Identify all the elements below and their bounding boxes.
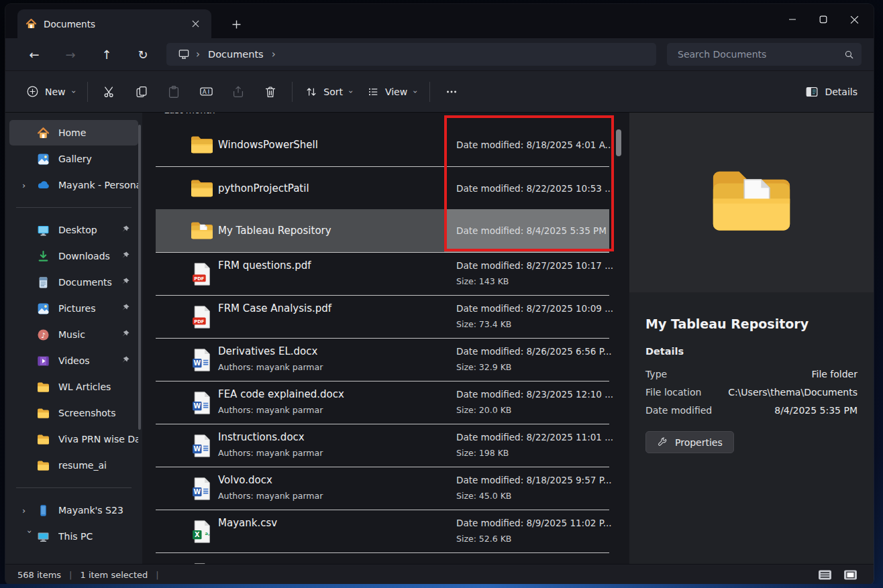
delete-button[interactable] (256, 79, 284, 105)
svg-text:♪: ♪ (41, 331, 46, 339)
breadcrumb-documents[interactable]: Documents (201, 49, 270, 60)
sidebar-item-gallery[interactable]: Gallery (9, 146, 138, 172)
videos-icon (37, 354, 50, 367)
folder-py-icon (190, 179, 214, 198)
file-list: ›Last month WindowsPowerShellDate modifi… (142, 113, 629, 564)
file-size: Size: 198 KB (456, 448, 613, 458)
back-button[interactable]: ← (21, 43, 47, 66)
paste-button[interactable] (160, 79, 188, 105)
folder-icon (37, 380, 50, 394)
new-button[interactable]: New › (19, 79, 82, 104)
pdf-icon: PDF (190, 306, 214, 329)
status-divider: | (69, 570, 72, 580)
navigation-bar: ← → ↑ ↻ › Documents › (5, 38, 874, 70)
details-view-toggle[interactable] (816, 568, 833, 583)
maximize-button[interactable] (808, 8, 839, 31)
desktop-wallpaper-strip (0, 584, 883, 588)
view-button[interactable]: View › (360, 80, 424, 104)
copy-button[interactable] (127, 79, 156, 105)
minimize-button[interactable] (777, 8, 808, 31)
file-row-fea-mayank-report-docx[interactable]: WFEA Mayank Report.docxDate modified: 8/… (156, 552, 609, 564)
search-input[interactable] (676, 48, 843, 60)
field-label: Date modified (645, 405, 712, 416)
details-section-label: Details (645, 346, 858, 357)
expand-chevron-icon[interactable]: › (22, 506, 37, 516)
file-row-derivatives-el-docx[interactable]: WDerivatives EL.docxAuthors: mayank parm… (156, 338, 609, 381)
file-row-frm-case-analysis-pdf[interactable]: PDFFRM Case Analysis.pdfDate modified: 8… (156, 295, 609, 338)
toolbar-separator (87, 82, 88, 102)
file-name: Derivatives EL.docx (218, 345, 323, 357)
file-row-frm-questions-pdf[interactable]: PDFFRM questions.pdfDate modified: 8/27/… (156, 252, 609, 295)
file-name: pythonProjectPatil (218, 182, 309, 194)
onedrive-icon (37, 178, 50, 192)
expand-chevron-icon[interactable]: › (25, 530, 35, 544)
file-size: Size: 73.4 KB (456, 319, 613, 329)
refresh-button[interactable]: ↻ (130, 43, 156, 66)
sidebar-item-music[interactable]: ♪Music (9, 322, 138, 347)
status-divider: | (156, 570, 158, 580)
sidebar-item-videos[interactable]: Videos (9, 348, 138, 373)
svg-text:W: W (193, 402, 201, 410)
breadcrumb-chevron-icon: › (195, 48, 201, 60)
monitor-icon[interactable] (173, 48, 195, 61)
file-date-modified: Date modified: 8/22/2025 11:01 ... (456, 432, 613, 443)
file-row-pythonprojectpatil[interactable]: pythonProjectPatilDate modified: 8/22/20… (156, 166, 609, 209)
forward-button[interactable]: → (58, 43, 83, 66)
sidebar-scrollbar[interactable] (138, 125, 141, 430)
selected-count: 1 item selected (80, 570, 148, 580)
search-icon[interactable] (843, 49, 855, 60)
sidebar-item-desktop[interactable]: Desktop (9, 217, 138, 243)
sidebar-item-this-pc[interactable]: ›This PC (9, 524, 138, 549)
sidebar-item-documents[interactable]: Documents (9, 270, 138, 295)
sidebar-item-mayank-s-s23[interactable]: ›Mayank's S23 (9, 497, 138, 523)
expand-chevron-icon[interactable]: › (22, 180, 37, 190)
file-authors: Authors: mayank parmar (218, 405, 344, 415)
details-pane-toggle[interactable]: Details (798, 79, 864, 105)
pin-icon (121, 303, 132, 314)
close-button[interactable] (839, 8, 870, 31)
group-header-last-month[interactable]: ›Last month (155, 113, 629, 123)
new-tab-button[interactable] (227, 15, 246, 34)
file-name: FRM Case Analysis.pdf (218, 302, 331, 314)
file-row-windowspowershell[interactable]: WindowsPowerShellDate modified: 8/18/202… (156, 123, 609, 166)
file-explorer-window: Documents ← (5, 4, 874, 585)
documents-icon (37, 276, 50, 289)
folder-preview-icon (711, 168, 792, 237)
sidebar-item-pictures[interactable]: Pictures (9, 296, 138, 321)
file-row-instructions-docx[interactable]: WInstructions.docxAuthors: mayank parmar… (156, 424, 609, 467)
sort-button[interactable]: Sort › (298, 80, 360, 104)
plus-circle-icon (25, 84, 40, 99)
tab-close-icon[interactable] (187, 16, 203, 32)
file-row-volvo-docx[interactable]: WVolvo.docxAuthors: mayank parmarDate mo… (156, 467, 609, 510)
file-row-mayank-csv[interactable]: Xa,Mayank.csvDate modified: 8/9/2025 11:… (156, 510, 609, 552)
breadcrumb-chevron-icon[interactable]: › (270, 48, 277, 60)
rename-button[interactable]: A (192, 79, 220, 105)
folder-icon (190, 135, 214, 154)
explorer-tab-documents[interactable]: Documents (17, 9, 211, 38)
home-icon (25, 18, 37, 30)
file-row-my-tableau-repository[interactable]: My Tableau RepositoryDate modified: 8/4/… (156, 209, 609, 252)
field-label: Type (645, 369, 667, 379)
sidebar-item-resume-ai[interactable]: resume_ai (9, 453, 138, 478)
address-bar[interactable]: › Documents › (166, 43, 656, 66)
cut-button[interactable] (95, 79, 123, 105)
file-list-scrollbar[interactable] (616, 129, 621, 156)
toolbar-separator (429, 82, 430, 102)
sidebar-item-viva-prn-wise-da[interactable]: Viva PRN wise Da (9, 426, 138, 452)
desktop-icon (37, 223, 50, 237)
more-options-button[interactable] (437, 79, 466, 105)
sidebar-item-mayank-persona[interactable]: ›Mayank - Persona (9, 172, 138, 198)
sidebar-item-screenshots[interactable]: Screenshots (9, 400, 138, 426)
up-button[interactable]: ↑ (94, 43, 119, 66)
downloads-icon (37, 249, 50, 263)
properties-button[interactable]: Properties (645, 431, 734, 453)
share-button[interactable] (224, 79, 252, 105)
search-box[interactable] (667, 43, 862, 66)
sidebar-item-home[interactable]: Home (9, 120, 138, 145)
large-icons-view-toggle[interactable] (841, 568, 859, 583)
sidebar-item-downloads[interactable]: Downloads (9, 243, 138, 269)
sidebar-item-wl-articles[interactable]: WL Articles (9, 374, 138, 400)
svg-text:PDF: PDF (194, 276, 205, 281)
file-row-fea-code-explained-docx[interactable]: WFEA code explained.docxAuthors: mayank … (156, 381, 609, 424)
tab-title: Documents (44, 19, 187, 30)
